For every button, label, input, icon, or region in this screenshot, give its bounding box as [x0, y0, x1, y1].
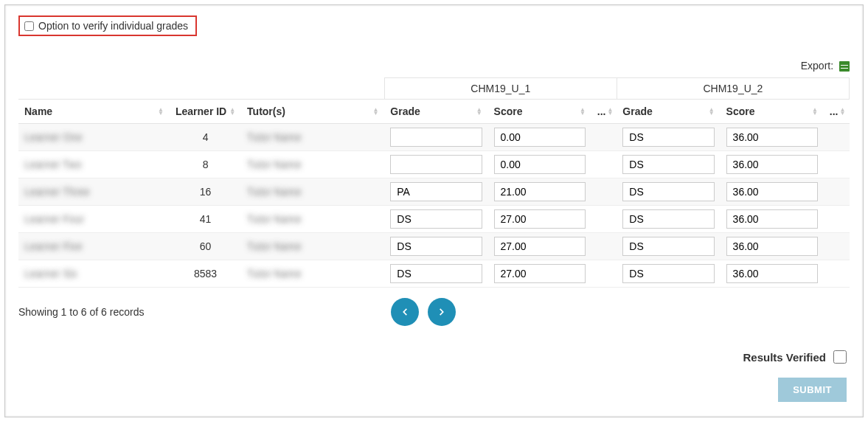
u2-score-input[interactable] [726, 209, 818, 229]
grades-panel: Option to verify individual grades Expor… [4, 4, 864, 417]
cell-u2-score [721, 260, 824, 288]
results-verified-checkbox[interactable] [833, 350, 847, 364]
tutor-name: Tutor Name [247, 131, 301, 143]
cell-u1-grade [384, 151, 487, 178]
cell-name: Learner Four [18, 206, 170, 233]
u2-grade-input[interactable] [622, 264, 714, 283]
cell-tutor: Tutor Name [241, 124, 384, 151]
records-info: Showing 1 to 6 of 6 records [18, 306, 391, 318]
col-header-score-1[interactable]: Score ▲▼ [488, 100, 591, 124]
cell-u1-ell [591, 124, 617, 151]
u1-grade-input[interactable] [390, 182, 482, 201]
sort-icon: ▲▼ [158, 108, 164, 115]
u1-grade-input[interactable] [390, 209, 482, 229]
learner-name: Learner One [24, 131, 83, 143]
u2-score-input[interactable] [726, 264, 818, 283]
verify-individual-grades-checkbox[interactable] [24, 21, 34, 31]
u2-grade-input[interactable] [622, 182, 714, 201]
cell-tutor: Tutor Name [241, 178, 384, 206]
grades-table: CHM19_U_1 CHM19_U_2 Name ▲▼ Learner ID ▲… [18, 77, 850, 288]
cell-u1-grade [384, 124, 487, 151]
cell-u2-grade [617, 206, 720, 233]
cell-u2-ell [824, 178, 850, 206]
cell-name: Learner One [18, 124, 170, 151]
col-header-name[interactable]: Name ▲▼ [18, 100, 170, 124]
col-header-grade-2[interactable]: Grade ▲▼ [617, 100, 720, 124]
u2-grade-input[interactable] [622, 155, 714, 174]
cell-name: Learner Two [18, 151, 170, 178]
cell-u2-score [721, 151, 824, 178]
column-header-row: Name ▲▼ Learner ID ▲▼ Tutor(s) ▲▼ Grade … [18, 100, 850, 124]
col-header-ellipsis-2[interactable]: ... ▲▼ [824, 100, 850, 124]
col-header-grade-1[interactable]: Grade ▲▼ [384, 100, 487, 124]
cell-u1-score [488, 260, 591, 288]
u1-score-input[interactable] [494, 209, 586, 229]
export-label: Export: [801, 60, 833, 72]
col-header-score-2[interactable]: Score ▲▼ [721, 100, 824, 124]
u2-score-input[interactable] [726, 237, 818, 256]
col-header-learner-id[interactable]: Learner ID ▲▼ [170, 100, 241, 124]
cell-tutor: Tutor Name [241, 233, 384, 260]
export-excel-icon[interactable] [839, 61, 850, 72]
sort-icon: ▲▼ [812, 108, 818, 115]
cell-u1-score [488, 233, 591, 260]
cell-u1-ell [591, 206, 617, 233]
verify-individual-grades-label: Option to verify individual grades [38, 20, 188, 32]
tutor-name: Tutor Name [247, 159, 301, 170]
u2-score-input[interactable] [726, 182, 818, 201]
cell-u2-grade [617, 151, 720, 178]
cell-u1-grade [384, 178, 487, 206]
cell-u2-grade [617, 124, 720, 151]
learner-name: Learner Two [24, 159, 82, 170]
export-row: Export: [18, 60, 850, 72]
tutor-name: Tutor Name [247, 213, 301, 225]
u1-score-input[interactable] [494, 237, 586, 256]
cell-u2-score [721, 233, 824, 260]
u1-score-input[interactable] [494, 264, 586, 283]
u2-score-input[interactable] [726, 155, 818, 174]
col-header-tutors[interactable]: Tutor(s) ▲▼ [241, 100, 384, 124]
u2-grade-input[interactable] [622, 128, 714, 147]
u1-grade-input[interactable] [390, 264, 482, 283]
cell-learner-id: 16 [170, 178, 241, 206]
u1-score-input[interactable] [494, 128, 586, 147]
verify-individual-grades-option[interactable]: Option to verify individual grades [18, 15, 197, 36]
learner-name: Learner Four [24, 213, 84, 225]
pager [391, 298, 456, 326]
u1-score-input[interactable] [494, 155, 586, 174]
cell-u1-ell [591, 151, 617, 178]
table-row: Learner Five60Tutor Name [18, 233, 850, 260]
cell-u1-ell [591, 260, 617, 288]
column-group-empty [18, 78, 384, 100]
col-header-ellipsis-1[interactable]: ... ▲▼ [591, 100, 617, 124]
results-verified-label: Results Verified [743, 351, 826, 364]
cell-u2-ell [824, 151, 850, 178]
u1-grade-input[interactable] [390, 128, 482, 147]
cell-u2-ell [824, 260, 850, 288]
cell-u1-score [488, 178, 591, 206]
cell-u2-ell [824, 206, 850, 233]
table-row: Learner Four41Tutor Name [18, 206, 850, 233]
u2-grade-input[interactable] [622, 237, 714, 256]
cell-learner-id: 60 [170, 233, 241, 260]
cell-u1-grade [384, 260, 487, 288]
column-group-row: CHM19_U_1 CHM19_U_2 [18, 78, 850, 100]
cell-name: Learner Five [18, 233, 170, 260]
u1-grade-input[interactable] [390, 237, 482, 256]
u1-score-input[interactable] [494, 182, 586, 201]
cell-tutor: Tutor Name [241, 151, 384, 178]
submit-button[interactable]: SUBMIT [778, 378, 847, 402]
sort-icon: ▲▼ [580, 108, 586, 115]
column-group-2: CHM19_U_2 [617, 78, 849, 100]
u2-grade-input[interactable] [622, 209, 714, 229]
learner-name: Learner Five [24, 240, 83, 252]
table-row: Learner Three16Tutor Name [18, 178, 850, 206]
sort-icon: ▲▼ [607, 108, 613, 115]
table-row: Learner Six8583Tutor Name [18, 260, 850, 288]
pager-prev-button[interactable] [391, 298, 419, 326]
u2-score-input[interactable] [726, 128, 818, 147]
learner-name: Learner Six [24, 268, 77, 280]
u1-grade-input[interactable] [390, 155, 482, 174]
cell-u2-ell [824, 124, 850, 151]
pager-next-button[interactable] [428, 298, 456, 326]
